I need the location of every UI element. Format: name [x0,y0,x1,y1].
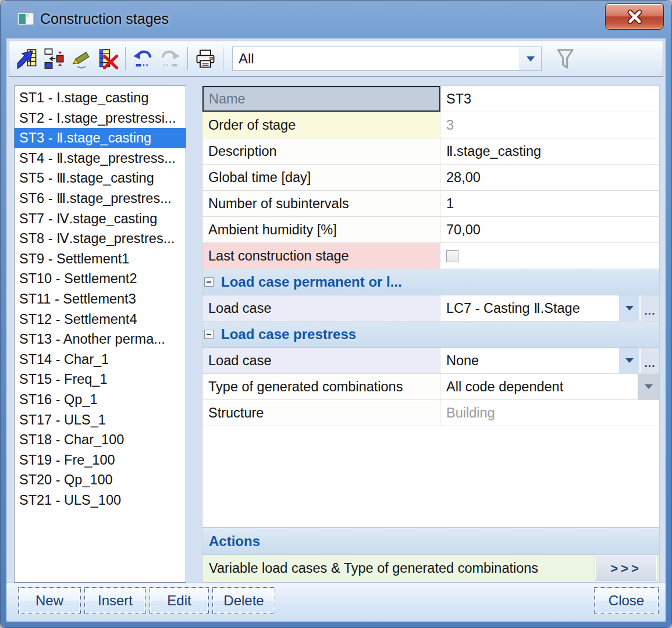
delete-stage-button[interactable] [94,45,121,73]
prop-label-load-case-permanent[interactable]: Load case [202,295,440,321]
action-go-button[interactable]: >>> [595,556,657,580]
last-stage-checkbox[interactable] [446,250,458,262]
prop-value-global-time[interactable]: 28,00 [440,165,659,190]
prop-value-humidity[interactable]: 70,00 [440,217,659,242]
load-case-prestress-browse-button[interactable]: ... [639,348,659,373]
prop-label-description[interactable]: Description [202,138,440,164]
cell-buttons [638,374,659,399]
stage-filter-dropdown-button[interactable] [520,47,541,70]
combinations-dropdown-button[interactable] [638,374,659,399]
cell-buttons: ... [618,295,659,321]
stage-list-item[interactable]: ST2 - Ⅰ.stage_prestressi... [15,108,186,129]
prop-value-description[interactable]: Ⅱ.stage_casting [440,138,659,164]
combinations-text: All code dependent [446,379,563,395]
stage-list-item[interactable]: ST18 - Char_100 [15,430,186,450]
group-title-permanent: Load case permanent or l... [221,274,402,290]
prop-row-combinations: Type of generated combinations All code … [202,374,659,400]
insert-button[interactable]: Insert [84,587,146,614]
new-button[interactable]: New [18,587,81,614]
redo-button[interactable] [157,45,183,73]
stage-list-item[interactable]: ST10 - Settlement2 [15,269,186,289]
group-header-load-case-permanent[interactable]: Load case permanent or l... [202,269,659,295]
delete-stage-icon [97,48,119,70]
load-case-permanent-dropdown-button[interactable] [618,295,639,321]
stage-list-item-selected[interactable]: ST3 - Ⅱ.stage_casting [15,128,186,148]
prop-row-order: Order of stage 3 [202,112,659,138]
toolbar: All [9,41,663,77]
actions-title: Actions [209,533,260,550]
stage-list-item[interactable]: ST6 - Ⅲ.stage_prestres... [15,188,186,209]
reorder-stages-button[interactable] [41,45,67,73]
collapse-icon[interactable] [204,330,214,339]
prop-label-name[interactable]: Name [202,86,440,112]
chevron-down-icon [527,56,535,62]
stage-list-item[interactable]: ST17 - ULS_1 [15,410,186,430]
prop-row-global-time: Global time [day] 28,00 [202,165,659,191]
stage-listbox[interactable]: ST1 - Ⅰ.stage_casting ST2 - Ⅰ.stage_pres… [14,85,186,583]
prop-value-load-case-permanent[interactable]: LC7 - Casting Ⅱ.Stage ... [440,295,659,321]
edit-button[interactable]: Edit [150,587,209,614]
prop-value-combinations[interactable]: All code dependent [440,374,659,399]
undo-button[interactable] [130,45,157,73]
edit-stage-button[interactable] [67,45,94,73]
print-icon [194,48,216,70]
stage-filter-combobox[interactable]: All [232,47,542,71]
stage-list-item[interactable]: ST1 - Ⅰ.stage_casting [15,88,186,108]
stage-list-item[interactable]: ST13 - Another perma... [15,329,186,349]
prop-row-humidity: Ambient humidity [%] 70,00 [202,217,659,243]
load-case-prestress-text: None [446,353,479,369]
load-case-permanent-browse-button[interactable]: ... [639,295,659,321]
open-table-button[interactable] [14,45,41,73]
prop-label-humidity[interactable]: Ambient humidity [%] [202,217,440,242]
prop-value-subintervals[interactable]: 1 [440,191,659,216]
toolbar-separator [187,47,188,70]
prop-label-order[interactable]: Order of stage [202,112,440,138]
prop-value-name[interactable]: ST3 [440,86,659,112]
stage-list-item[interactable]: ST16 - Qp_1 [15,390,186,410]
action-label: Variable load cases & Type of generated … [209,561,538,576]
prop-value-last-stage [440,243,659,269]
stage-list-item[interactable]: ST5 - Ⅲ.stage_casting [15,168,186,188]
stage-list-item[interactable]: ST19 - Fre_100 [15,450,186,470]
prop-row-subintervals: Number of subintervals 1 [202,191,659,217]
stage-list-item[interactable]: ST8 - Ⅳ.stage_prestres... [15,229,186,249]
prop-label-structure[interactable]: Structure [202,400,440,426]
property-grid-empty-area [202,426,659,527]
prop-label-load-case-prestress[interactable]: Load case [202,348,440,373]
redo-icon [159,48,181,70]
delete-button[interactable]: Delete [212,587,275,614]
actions-header: Actions [202,527,659,555]
action-row: Variable load cases & Type of generated … [202,555,659,582]
dialog-icon [17,12,34,26]
toolbar-separator [125,47,126,70]
print-button[interactable] [192,45,219,73]
filter-button[interactable] [551,45,578,73]
prop-label-global-time[interactable]: Global time [day] [202,165,440,190]
stage-list-item[interactable]: ST11 - Settlement3 [15,289,186,309]
stage-list-item[interactable]: ST7 - Ⅳ.stage_casting [15,209,186,229]
prop-label-last-stage[interactable]: Last construction stage [202,243,440,269]
stage-list-item[interactable]: ST20 - Qp_100 [15,470,186,490]
load-case-prestress-dropdown-button[interactable] [618,348,639,373]
close-window-button[interactable] [605,3,664,30]
open-table-icon [16,48,38,70]
stage-list-item[interactable]: ST12 - Settlement4 [15,309,186,330]
stage-list-item[interactable]: ST15 - Freq_1 [15,369,186,390]
prop-label-combinations[interactable]: Type of generated combinations [202,374,440,399]
title-bar[interactable]: Construction stages [1,1,671,38]
stage-list-item[interactable]: ST4 - Ⅱ.stage_prestress... [15,148,186,169]
stage-list-item[interactable]: ST9 - Settlement1 [15,249,186,269]
close-button[interactable]: Close [594,587,659,614]
load-case-permanent-text: LC7 - Casting Ⅱ.Stage [446,300,580,316]
prop-row-description: Description Ⅱ.stage_casting [202,138,659,165]
prop-label-subintervals[interactable]: Number of subintervals [202,191,440,216]
group-header-load-case-prestress[interactable]: Load case prestress [202,322,659,348]
stage-list-item[interactable]: ST21 - ULS_100 [15,490,186,511]
prop-value-load-case-prestress[interactable]: None ... [440,348,659,373]
undo-icon [132,48,154,70]
stage-list-item[interactable]: ST14 - Char_1 [15,349,186,370]
client-area: All ST1 - Ⅰ.stage_casting ST2 - Ⅰ.stage_… [6,38,666,622]
collapse-icon[interactable] [204,277,214,287]
prop-value-order: 3 [440,112,659,138]
chevron-down-icon [645,384,653,389]
